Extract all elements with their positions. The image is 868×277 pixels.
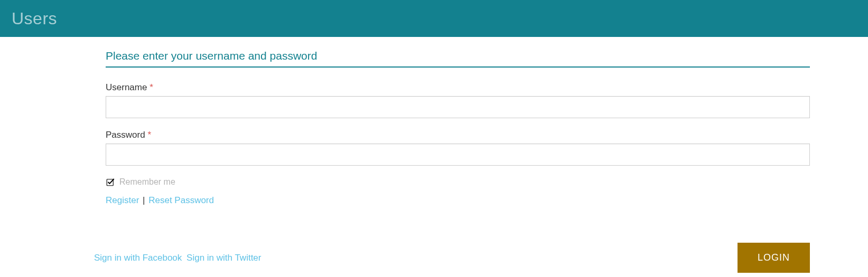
social-signin-links: Sign in with Facebook Sign in with Twitt… [94, 253, 263, 263]
form-title: Please enter your username and password [106, 50, 810, 68]
login-form-container: Please enter your username and password … [0, 37, 868, 273]
checkbox-checked-icon[interactable] [106, 177, 115, 187]
username-label: Username * [106, 82, 810, 93]
bottom-row: Sign in with Facebook Sign in with Twitt… [94, 243, 810, 273]
required-marker: * [150, 82, 153, 92]
header-bar: Users [0, 0, 868, 37]
page-title: Users [12, 9, 57, 28]
register-link[interactable]: Register [106, 195, 139, 205]
password-label-text: Password [106, 130, 145, 140]
login-button[interactable]: LOGIN [738, 243, 810, 273]
username-field[interactable] [106, 96, 810, 118]
auth-links: Register | Reset Password [106, 195, 810, 206]
username-label-text: Username [106, 82, 147, 92]
required-marker: * [147, 130, 151, 140]
reset-password-link[interactable]: Reset Password [148, 195, 214, 205]
password-field[interactable] [106, 144, 810, 166]
username-group: Username * [106, 82, 810, 118]
signin-twitter-link[interactable]: Sign in with Twitter [186, 253, 261, 263]
link-separator: | [143, 195, 145, 205]
password-label: Password * [106, 130, 810, 140]
signin-facebook-link[interactable]: Sign in with Facebook [94, 253, 182, 263]
remember-me-label: Remember me [119, 177, 175, 187]
remember-me-row: Remember me [106, 177, 810, 187]
password-group: Password * [106, 130, 810, 166]
